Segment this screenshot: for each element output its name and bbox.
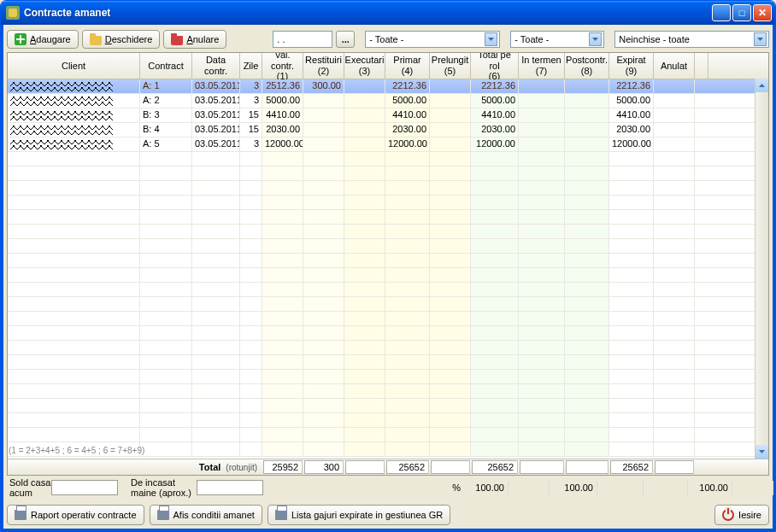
table-row[interactable] — [8, 413, 768, 428]
filter2-dropdown[interactable]: - Toate - — [510, 31, 604, 48]
table-row[interactable] — [8, 210, 768, 225]
exit-button[interactable]: Iesire — [714, 505, 769, 525]
table-row[interactable]: A: 203.05.201135000.005000.005000.005000… — [8, 94, 768, 108]
table-row[interactable]: B: 303.05.2011154410.004410.004410.00441… — [8, 108, 768, 123]
col-anulat[interactable]: Anulat — [654, 53, 695, 79]
total-val: 25952 — [263, 460, 303, 474]
col-total[interactable]: Total pe rol (6) — [471, 53, 519, 79]
content-area: Adaugare Deschidere Anulare . . ... - To… — [1, 25, 775, 531]
vertical-scrollbar[interactable] — [755, 79, 768, 459]
table-row[interactable]: B: 403.05.2011152030.002030.002030.00203… — [8, 123, 768, 137]
table-row[interactable] — [8, 428, 768, 442]
cell — [262, 254, 303, 267]
cell — [519, 152, 565, 166]
cell — [519, 442, 565, 456]
cell — [8, 152, 140, 166]
conditions-button[interactable]: Afis conditii amanet — [150, 505, 262, 525]
cancel-button[interactable]: Anulare — [163, 30, 226, 49]
cell — [654, 225, 695, 238]
power-icon — [722, 509, 734, 521]
table-row[interactable] — [8, 341, 768, 355]
table-row[interactable] — [8, 239, 768, 254]
col-exec[interactable]: Executari (3) — [344, 53, 385, 79]
cell — [140, 239, 192, 253]
filter1-dropdown[interactable]: - Toate - — [365, 31, 500, 48]
table-row[interactable]: A: 503.05.2011312000.0012000.0012000.001… — [8, 137, 768, 152]
cell — [192, 312, 240, 325]
table-row[interactable] — [8, 196, 768, 210]
cell — [565, 268, 609, 282]
table-row[interactable] — [8, 268, 768, 283]
table-row[interactable]: A: 103.05.201132512.36300.002212.362212.… — [8, 79, 768, 94]
cell — [385, 239, 430, 253]
table-row[interactable] — [8, 355, 768, 370]
col-postcontr[interactable]: Postcontr. (8) — [565, 53, 609, 79]
expired-list-button[interactable]: Lista gajuri expirate in gestiunea GR — [267, 505, 450, 525]
table-row[interactable] — [8, 167, 768, 181]
col-termen[interactable]: In termen (7) — [519, 53, 565, 79]
table-row[interactable] — [8, 181, 768, 196]
cell: 2512.36 — [262, 79, 303, 93]
cell — [654, 123, 695, 137]
cell — [609, 225, 654, 238]
cell — [654, 341, 695, 354]
cell — [303, 94, 344, 108]
cell — [262, 196, 303, 209]
table-row[interactable] — [8, 399, 768, 413]
col-date[interactable]: Data contr. — [192, 53, 240, 79]
cell: 4410.00 — [609, 108, 654, 122]
col-val[interactable]: Val. contr. (1) — [262, 53, 303, 79]
minimize-button[interactable]: _ — [712, 4, 731, 21]
table-row[interactable] — [8, 442, 768, 457]
table-row[interactable] — [8, 326, 768, 341]
cell — [8, 254, 140, 267]
cell — [471, 283, 519, 296]
add-button[interactable]: Adaugare — [7, 30, 79, 49]
cell — [8, 239, 140, 253]
col-contract[interactable]: Contract — [140, 53, 192, 79]
filter3-dropdown[interactable]: Neinchise - toate — [614, 31, 769, 48]
report-button[interactable]: Raport operativ contracte — [7, 505, 144, 525]
cell — [140, 399, 192, 412]
cell: 3 — [240, 137, 262, 151]
maximize-button[interactable]: □ — [732, 4, 751, 21]
cell — [344, 123, 385, 137]
cell — [565, 254, 609, 267]
sold-casa-input[interactable] — [51, 480, 118, 495]
table-row[interactable] — [8, 384, 768, 399]
cell: 15 — [240, 123, 262, 137]
cell — [262, 225, 303, 238]
table-row[interactable] — [8, 152, 768, 167]
cell — [303, 442, 344, 456]
col-rest[interactable]: Restituiri (2) — [303, 53, 344, 79]
scroll-up-icon[interactable] — [755, 79, 768, 92]
cell — [262, 167, 303, 180]
cell: 2030.00 — [262, 123, 303, 137]
cell — [519, 312, 565, 325]
table-body[interactable]: A: 103.05.201132512.36300.002212.362212.… — [8, 79, 768, 459]
scroll-down-icon[interactable] — [755, 445, 768, 459]
cell — [240, 399, 262, 412]
table-row[interactable] — [8, 254, 768, 268]
table-row[interactable] — [8, 312, 768, 326]
cell: 4410.00 — [385, 108, 430, 122]
table-row[interactable] — [8, 225, 768, 239]
col-client[interactable]: Client — [8, 53, 140, 79]
cell — [471, 341, 519, 354]
percent-row: Sold casa acum De incasat maine (aprox.)… — [7, 476, 769, 501]
col-zile[interactable]: Zile — [240, 53, 262, 79]
cell — [240, 152, 262, 166]
cell — [471, 355, 519, 369]
search-more-button[interactable]: ... — [336, 31, 355, 48]
table-row[interactable] — [8, 370, 768, 384]
col-expirat[interactable]: Expirat (9) — [609, 53, 654, 79]
col-prelungit[interactable]: Prelungit (5) — [430, 53, 471, 79]
col-primar[interactable]: Primar (4) — [385, 53, 430, 79]
open-button[interactable]: Deschidere — [82, 30, 161, 49]
incasat-input[interactable] — [197, 480, 263, 495]
search-input[interactable]: . . — [273, 31, 332, 48]
table-row[interactable] — [8, 283, 768, 297]
close-button[interactable]: ✕ — [753, 4, 772, 21]
cell — [140, 326, 192, 340]
table-row[interactable] — [8, 297, 768, 312]
